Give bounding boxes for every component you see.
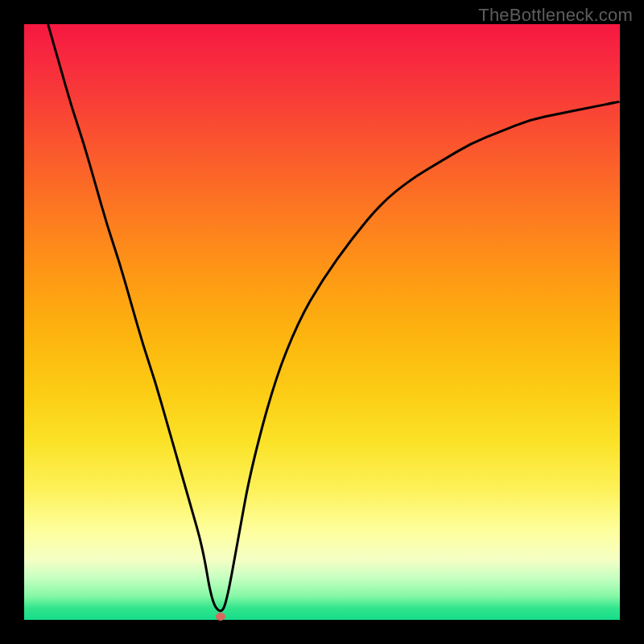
chart-curve-svg (24, 24, 620, 620)
bottleneck-curve (48, 24, 620, 611)
chart-frame (24, 24, 620, 620)
minimum-point-marker (216, 613, 225, 621)
watermark-text: TheBottleneck.com (478, 5, 633, 26)
